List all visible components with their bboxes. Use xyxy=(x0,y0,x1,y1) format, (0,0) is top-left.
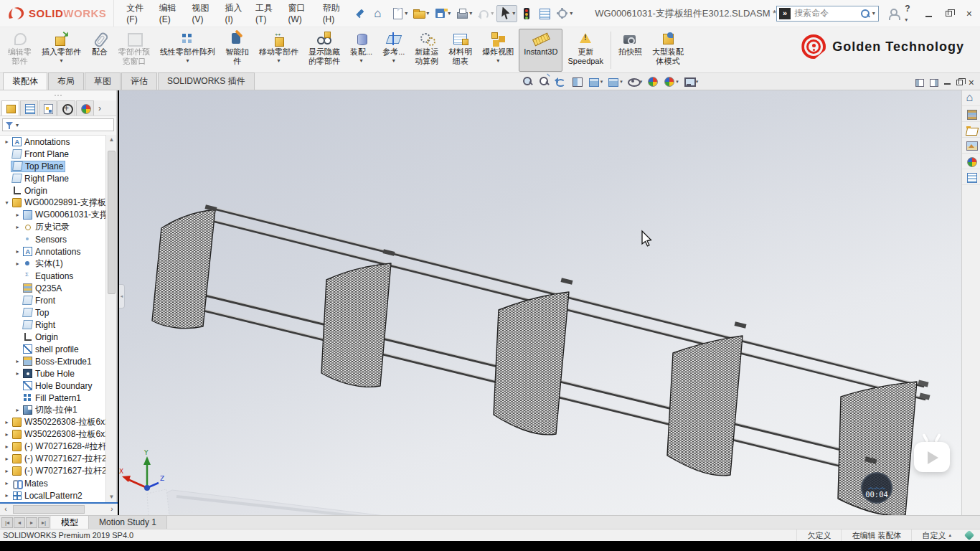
tree-solid-bodies[interactable]: ▸ 实体(1) xyxy=(0,258,106,270)
expand-arrow-icon[interactable]: ▸ xyxy=(3,419,11,425)
tree-shell-profile[interactable]: shell profile xyxy=(0,343,106,355)
print-button[interactable]: ▾ xyxy=(453,5,474,22)
tree-annotations-2[interactable]: ▸ Annotations xyxy=(0,245,106,258)
scroll-right-icon[interactable]: › xyxy=(106,504,118,515)
dropdown-arrow-icon[interactable]: ▾ xyxy=(512,10,515,17)
tab-model[interactable]: 模型 xyxy=(51,516,89,529)
tab-sketch[interactable]: 草图 xyxy=(85,72,121,90)
tree-history[interactable]: ▸ 历史记录 xyxy=(0,221,106,233)
cmd-large-assembly-mode[interactable]: 大型装配 体模式 xyxy=(647,29,689,72)
displaymanager-tab[interactable] xyxy=(76,100,94,116)
configurationmanager-tab[interactable] xyxy=(39,100,57,116)
cmd-bill-of-materials[interactable]: 材料明 细表 xyxy=(443,29,477,72)
dropdown-arrow-icon[interactable]: ▾ xyxy=(496,57,499,64)
menu-tools[interactable]: 工具(T) xyxy=(249,0,281,27)
cmd-insert-component[interactable]: 插入零部件 ▾ xyxy=(37,29,86,72)
panel-collapse-handle[interactable]: ◂ xyxy=(119,284,125,309)
tree-origin-2[interactable]: Origin xyxy=(0,331,106,343)
next-tab-button[interactable]: ▸ xyxy=(26,517,37,528)
doc-close-button[interactable]: × xyxy=(969,78,974,87)
tree-origin[interactable]: Origin xyxy=(0,184,106,197)
open-button[interactable]: ▾ xyxy=(410,5,431,22)
tree-fill-pattern1[interactable]: Fill Pattern1 xyxy=(0,392,106,404)
dropdown-arrow-icon[interactable]: ▾ xyxy=(186,57,189,64)
doc-minimize-button[interactable] xyxy=(944,80,951,85)
panel-grip[interactable] xyxy=(0,90,116,100)
options-list-button[interactable] xyxy=(536,5,553,22)
propertymanager-tab[interactable] xyxy=(20,100,38,116)
cmd-update-speedpak[interactable]: 更新 Speedpak xyxy=(562,29,608,72)
new-document-button[interactable]: ▾ xyxy=(389,5,410,22)
settings-button[interactable]: ▾ xyxy=(554,5,575,22)
pin-menu-icon[interactable] xyxy=(354,7,364,20)
scrollbar-thumb[interactable] xyxy=(108,151,116,294)
dropdown-arrow-icon[interactable]: ▾ xyxy=(491,10,494,17)
view-orientation-button[interactable]: ▾ xyxy=(587,75,604,88)
tree-tube-hole[interactable]: ▸ Tube Hole xyxy=(0,367,106,380)
video-play-overlay[interactable] xyxy=(914,433,951,474)
expand-arrow-icon[interactable]: ▸ xyxy=(3,480,11,486)
tab-solidworks-addins[interactable]: SOLIDWORKS 插件 xyxy=(158,72,255,90)
dropdown-arrow-icon[interactable]: ▾ xyxy=(426,10,429,17)
expand-arrow-icon[interactable]: ▸ xyxy=(3,456,11,462)
dropdown-arrow-icon[interactable]: ▾ xyxy=(277,57,280,64)
expand-arrow-icon[interactable]: ▸ xyxy=(14,224,22,230)
close-button[interactable]: × xyxy=(963,7,976,20)
dropdown-arrow-icon[interactable]: ▾ xyxy=(600,79,603,85)
taskpane-appearances[interactable] xyxy=(962,154,980,169)
scroll-up-icon[interactable]: ▲ xyxy=(106,135,117,145)
status-customize[interactable]: 自定义▴ xyxy=(911,529,961,541)
dropdown-arrow-icon[interactable]: ▾ xyxy=(405,10,407,17)
search-dropdown-icon[interactable]: ▾ xyxy=(872,10,875,17)
restore-button[interactable] xyxy=(942,7,955,20)
section-view-button[interactable] xyxy=(570,75,584,88)
dropdown-arrow-icon[interactable]: ▾ xyxy=(469,10,472,17)
expand-arrow-icon[interactable]: ▸ xyxy=(14,260,22,267)
tab-evaluate[interactable]: 评估 xyxy=(121,72,157,90)
expand-arrow-icon[interactable]: ▾ xyxy=(3,199,11,206)
expand-arrow-icon[interactable]: ▸ xyxy=(14,212,22,218)
scrollbar-thumb[interactable] xyxy=(13,505,85,514)
menu-window[interactable]: 窗口(W) xyxy=(281,0,316,27)
tree-right-plane[interactable]: Right Plane xyxy=(0,172,106,184)
dropdown-arrow-icon[interactable]: ▾ xyxy=(570,10,573,17)
cmd-edit-component[interactable]: 编辑零 部件 xyxy=(3,29,37,72)
tree-local-pattern2[interactable]: ▸ LocalLPattern2 xyxy=(0,489,106,501)
scroll-left-icon[interactable]: ‹ xyxy=(0,504,11,515)
zoom-fit-button[interactable] xyxy=(521,75,534,88)
expand-arrow-icon[interactable]: ▸ xyxy=(14,370,22,377)
dropdown-arrow-icon[interactable]: ▾ xyxy=(696,79,699,85)
save-button[interactable]: ▾ xyxy=(432,5,453,22)
dropdown-arrow-icon[interactable]: ▾ xyxy=(676,79,679,85)
expand-arrow-icon[interactable]: ▸ xyxy=(3,138,11,145)
prev-tab-button[interactable]: ◂ xyxy=(14,517,25,528)
doc-restore-button[interactable] xyxy=(956,80,963,85)
tree-material[interactable]: Q235A xyxy=(0,282,106,294)
tree-front[interactable]: Front xyxy=(0,294,106,306)
tree-mates[interactable]: ▸ Mates xyxy=(0,477,106,489)
graphics-viewport[interactable]: X Y Z ◂ ︿︿︿ 00:04 xyxy=(119,90,961,515)
cmd-component-preview[interactable]: 零部件预 览窗口 xyxy=(113,29,155,72)
tree-cut-extrude1[interactable]: ▸ 切除-拉伸1 xyxy=(0,404,106,416)
manager-tabs-overflow[interactable]: › xyxy=(95,100,105,116)
dropdown-arrow-icon[interactable]: ▾ xyxy=(448,10,451,17)
tree-top[interactable]: Top xyxy=(0,306,106,319)
cmd-assembly-features[interactable]: 装配... ▾ xyxy=(345,29,377,72)
expand-arrow-icon[interactable]: ▸ xyxy=(14,358,22,364)
display-style-button[interactable]: ▾ xyxy=(606,75,623,88)
tree-w350226308-b[interactable]: ▸ W350226308-拉板6x2 xyxy=(0,428,106,441)
expand-arrow-icon[interactable]: ▸ xyxy=(3,468,11,474)
hide-show-items-button[interactable]: ▾ xyxy=(626,75,644,88)
cmd-linear-pattern[interactable]: 线性零部件阵列 ▾ xyxy=(155,29,220,72)
select-button[interactable]: ▾ xyxy=(496,5,517,22)
tree-filter-box[interactable]: ▾ xyxy=(2,118,114,131)
cmd-mate[interactable]: 配合 xyxy=(86,29,113,72)
tree-equations[interactable]: Equations xyxy=(0,270,106,282)
tree-front-plane[interactable]: Front Plane xyxy=(0,148,106,160)
collapse-pane-right-icon[interactable] xyxy=(930,79,938,87)
rebuild-button[interactable] xyxy=(518,5,535,22)
home-button[interactable] xyxy=(371,5,388,22)
tree-horizontal-scrollbar[interactable]: ‹ › xyxy=(0,504,118,515)
menu-edit[interactable]: 编辑(E) xyxy=(153,0,186,27)
taskpane-view-palette[interactable] xyxy=(962,138,980,154)
